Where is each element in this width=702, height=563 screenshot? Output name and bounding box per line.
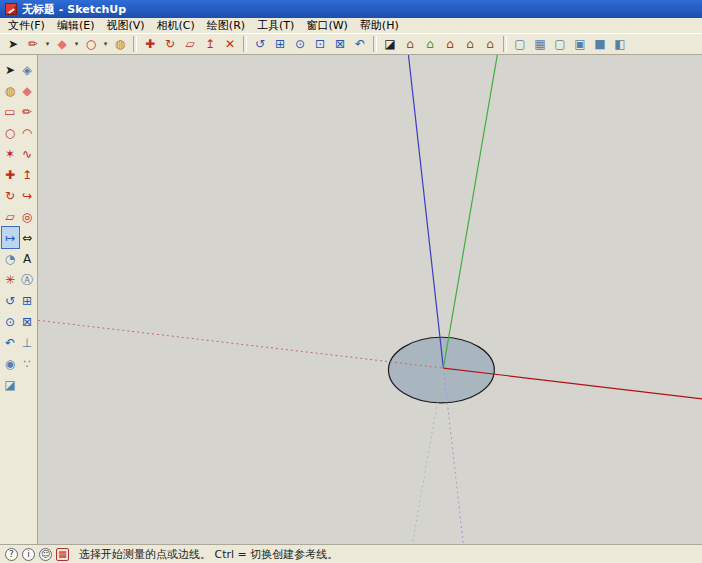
menu-help[interactable]: 帮助(H) [354, 17, 405, 34]
circle-tool[interactable]: ○ [2, 122, 19, 143]
main-toolbar: ➤ ✏ ▾ ◆ ▾ ○ ▾ ◍ ✚ ↻ ▱ ↥ ✕ ↺ ⊞ ⊙ ⊡ ⊠ ↶ ◪ … [0, 33, 702, 55]
zoom-window-button[interactable]: ⊡ [310, 35, 330, 53]
eraser-tool[interactable]: ◆ [19, 80, 36, 101]
tape-measure-tool[interactable]: ↦ [2, 227, 19, 248]
follow-me-tool[interactable]: ↪ [19, 185, 36, 206]
iso-view-button[interactable]: ⌂ [400, 35, 420, 53]
make-component-tool[interactable]: ◈ [19, 59, 36, 80]
help-icon[interactable]: ? [5, 548, 18, 561]
toolbar-separator [503, 36, 507, 52]
main-area: ➤ ◈ ◍ ◆ ▭ ✏ ○ ◠ ✶ ∿ ✚ ↥ ↻ ↪ ▱ ◎ ↦ ⇔ ◔ A … [0, 55, 702, 544]
scale-tool-button[interactable]: ▱ [180, 35, 200, 53]
menu-camera[interactable]: 相机(C) [151, 17, 201, 34]
line-tool-dropdown[interactable]: ▾ [43, 35, 52, 53]
eraser-tool-dropdown[interactable]: ▾ [72, 35, 81, 53]
front-view-button[interactable]: ⌂ [440, 35, 460, 53]
select-tool[interactable]: ➤ [2, 59, 19, 80]
arc-tool[interactable]: ◠ [19, 122, 36, 143]
sketchup-window: 无标题 - SketchUp 文件(F) 编辑(E) 视图(V) 相机(C) 绘… [0, 0, 702, 563]
section-plane-tool[interactable]: ◪ [2, 374, 19, 395]
back-view-button[interactable]: ⌂ [480, 35, 500, 53]
model-viewport[interactable] [38, 55, 702, 544]
dimension-tool[interactable]: ⇔ [19, 227, 36, 248]
offset-tool[interactable]: ◎ [19, 206, 36, 227]
move-tool-button[interactable]: ✚ [140, 35, 160, 53]
orbit-tool[interactable]: ↺ [2, 290, 19, 311]
circle-tool-button[interactable]: ○ [81, 35, 101, 53]
line-tool-button[interactable]: ✏ [23, 35, 43, 53]
toolbar-separator [373, 36, 377, 52]
style-shaded-button[interactable]: ▣ [570, 35, 590, 53]
paint-bucket-tool[interactable]: ◍ [2, 80, 19, 101]
menu-tools[interactable]: 工具(T) [251, 17, 300, 34]
right-view-button[interactable]: ⌂ [460, 35, 480, 53]
paint-bucket-tool-button[interactable]: ◍ [110, 35, 130, 53]
3d-text-tool[interactable]: Ⓐ [19, 269, 36, 290]
menu-file[interactable]: 文件(F) [2, 17, 51, 34]
style-wireframe-button[interactable]: ▦ [530, 35, 550, 53]
polygon-tool[interactable]: ✶ [2, 143, 19, 164]
toolbar-separator [133, 36, 137, 52]
sketchup-logo-icon [5, 3, 17, 15]
status-message: 选择开始测量的点或边线。 Ctrl = 切换创建参考线。 [79, 547, 338, 562]
zoom-extents-button[interactable]: ⊠ [330, 35, 350, 53]
drawing-canvas[interactable] [38, 55, 702, 544]
zoom-previous-button[interactable]: ↶ [350, 35, 370, 53]
menubar: 文件(F) 编辑(E) 视图(V) 相机(C) 绘图(R) 工具(T) 窗口(W… [0, 18, 702, 33]
select-tool-button[interactable]: ➤ [3, 35, 23, 53]
protractor-tool[interactable]: ◔ [2, 248, 19, 269]
pan-tool[interactable]: ⊞ [19, 290, 36, 311]
info-icon[interactable]: i [22, 548, 35, 561]
titlebar: 无标题 - SketchUp [0, 0, 702, 18]
orbit-tool-button[interactable]: ↺ [250, 35, 270, 53]
style-monochrome-button[interactable]: ◧ [610, 35, 630, 53]
rotate-tool[interactable]: ↻ [2, 185, 19, 206]
section-plane-button[interactable]: ◪ [380, 35, 400, 53]
text-tool[interactable]: A [19, 248, 36, 269]
canvas-background [38, 55, 702, 544]
position-camera-tool[interactable]: ⊥ [19, 332, 36, 353]
account-icon[interactable]: ☺ [39, 548, 52, 561]
top-view-button[interactable]: ⌂ [420, 35, 440, 53]
move-tool[interactable]: ✚ [2, 164, 19, 185]
push-pull-tool-button[interactable]: ↥ [200, 35, 220, 53]
pan-tool-button[interactable]: ⊞ [270, 35, 290, 53]
circle-tool-dropdown[interactable]: ▾ [101, 35, 110, 53]
line-tool[interactable]: ✏ [19, 101, 36, 122]
scale-tool[interactable]: ▱ [2, 206, 19, 227]
geolocation-icon[interactable]: ▦ [56, 548, 69, 561]
tool-palette: ➤ ◈ ◍ ◆ ▭ ✏ ○ ◠ ✶ ∿ ✚ ↥ ↻ ↪ ▱ ◎ ↦ ⇔ ◔ A … [0, 55, 38, 544]
zoom-tool[interactable]: ⊙ [2, 311, 19, 332]
menu-draw[interactable]: 绘图(R) [201, 17, 251, 34]
look-around-tool[interactable]: ◉ [2, 353, 19, 374]
rotate-tool-button[interactable]: ↻ [160, 35, 180, 53]
menu-edit[interactable]: 编辑(E) [51, 17, 101, 34]
push-pull-tool[interactable]: ↥ [19, 164, 36, 185]
zoom-tool-button[interactable]: ⊙ [290, 35, 310, 53]
walk-tool[interactable]: ∵ [19, 353, 36, 374]
eraser-tool-button[interactable]: ◆ [52, 35, 72, 53]
delete-guides-button[interactable]: ✕ [220, 35, 240, 53]
axes-tool[interactable]: ✳ [2, 269, 19, 290]
style-hidden-line-button[interactable]: ▢ [550, 35, 570, 53]
menu-view[interactable]: 视图(V) [100, 17, 150, 34]
menu-window[interactable]: 窗口(W) [300, 17, 353, 34]
statusbar: ? i ☺ ▦ 选择开始测量的点或边线。 Ctrl = 切换创建参考线。 [0, 544, 702, 563]
style-xray-button[interactable]: ▢ [510, 35, 530, 53]
freehand-tool[interactable]: ∿ [19, 143, 36, 164]
window-title: 无标题 - SketchUp [22, 2, 126, 17]
toolbar-separator [243, 36, 247, 52]
zoom-extents-tool[interactable]: ⊠ [19, 311, 36, 332]
previous-view-tool[interactable]: ↶ [2, 332, 19, 353]
style-textured-button[interactable]: ■ [590, 35, 610, 53]
rectangle-tool[interactable]: ▭ [2, 101, 19, 122]
